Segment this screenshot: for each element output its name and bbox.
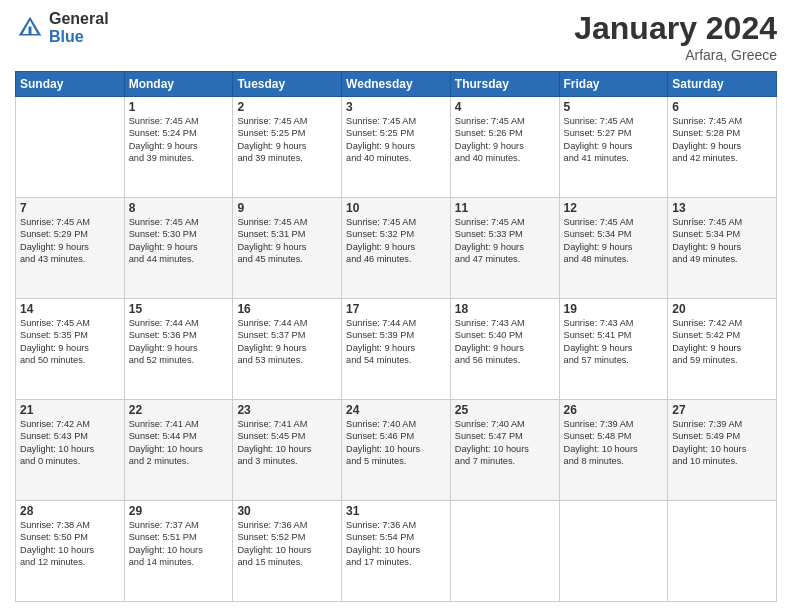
col-tuesday: Tuesday: [233, 72, 342, 97]
day-content: Sunrise: 7:45 AM Sunset: 5:24 PM Dayligh…: [129, 115, 229, 165]
logo-text: General Blue: [49, 10, 109, 45]
day-number: 1: [129, 100, 229, 114]
day-number: 16: [237, 302, 337, 316]
day-content: Sunrise: 7:42 AM Sunset: 5:43 PM Dayligh…: [20, 418, 120, 468]
day-number: 28: [20, 504, 120, 518]
logo-icon: [15, 13, 45, 43]
table-row: 27Sunrise: 7:39 AM Sunset: 5:49 PM Dayli…: [668, 400, 777, 501]
table-row: [559, 501, 668, 602]
day-content: Sunrise: 7:42 AM Sunset: 5:42 PM Dayligh…: [672, 317, 772, 367]
day-number: 8: [129, 201, 229, 215]
day-content: Sunrise: 7:45 AM Sunset: 5:35 PM Dayligh…: [20, 317, 120, 367]
table-row: [450, 501, 559, 602]
col-sunday: Sunday: [16, 72, 125, 97]
table-row: 23Sunrise: 7:41 AM Sunset: 5:45 PM Dayli…: [233, 400, 342, 501]
day-number: 22: [129, 403, 229, 417]
day-number: 29: [129, 504, 229, 518]
table-row: 7Sunrise: 7:45 AM Sunset: 5:29 PM Daylig…: [16, 198, 125, 299]
day-number: 6: [672, 100, 772, 114]
title-block: January 2024 Arfara, Greece: [574, 10, 777, 63]
table-row: 21Sunrise: 7:42 AM Sunset: 5:43 PM Dayli…: [16, 400, 125, 501]
day-content: Sunrise: 7:41 AM Sunset: 5:44 PM Dayligh…: [129, 418, 229, 468]
table-row: 31Sunrise: 7:36 AM Sunset: 5:54 PM Dayli…: [342, 501, 451, 602]
table-row: [16, 97, 125, 198]
day-number: 2: [237, 100, 337, 114]
table-row: 11Sunrise: 7:45 AM Sunset: 5:33 PM Dayli…: [450, 198, 559, 299]
table-row: 18Sunrise: 7:43 AM Sunset: 5:40 PM Dayli…: [450, 299, 559, 400]
calendar-table: Sunday Monday Tuesday Wednesday Thursday…: [15, 71, 777, 602]
day-content: Sunrise: 7:37 AM Sunset: 5:51 PM Dayligh…: [129, 519, 229, 569]
day-content: Sunrise: 7:40 AM Sunset: 5:47 PM Dayligh…: [455, 418, 555, 468]
day-content: Sunrise: 7:36 AM Sunset: 5:54 PM Dayligh…: [346, 519, 446, 569]
day-number: 19: [564, 302, 664, 316]
calendar-week-row: 28Sunrise: 7:38 AM Sunset: 5:50 PM Dayli…: [16, 501, 777, 602]
day-content: Sunrise: 7:45 AM Sunset: 5:34 PM Dayligh…: [672, 216, 772, 266]
day-content: Sunrise: 7:39 AM Sunset: 5:49 PM Dayligh…: [672, 418, 772, 468]
day-content: Sunrise: 7:45 AM Sunset: 5:30 PM Dayligh…: [129, 216, 229, 266]
day-content: Sunrise: 7:43 AM Sunset: 5:41 PM Dayligh…: [564, 317, 664, 367]
table-row: 10Sunrise: 7:45 AM Sunset: 5:32 PM Dayli…: [342, 198, 451, 299]
day-number: 25: [455, 403, 555, 417]
table-row: 25Sunrise: 7:40 AM Sunset: 5:47 PM Dayli…: [450, 400, 559, 501]
header: General Blue January 2024 Arfara, Greece: [15, 10, 777, 63]
table-row: 19Sunrise: 7:43 AM Sunset: 5:41 PM Dayli…: [559, 299, 668, 400]
day-number: 23: [237, 403, 337, 417]
table-row: 5Sunrise: 7:45 AM Sunset: 5:27 PM Daylig…: [559, 97, 668, 198]
day-content: Sunrise: 7:41 AM Sunset: 5:45 PM Dayligh…: [237, 418, 337, 468]
day-content: Sunrise: 7:45 AM Sunset: 5:32 PM Dayligh…: [346, 216, 446, 266]
day-number: 31: [346, 504, 446, 518]
day-content: Sunrise: 7:44 AM Sunset: 5:36 PM Dayligh…: [129, 317, 229, 367]
table-row: 13Sunrise: 7:45 AM Sunset: 5:34 PM Dayli…: [668, 198, 777, 299]
day-number: 12: [564, 201, 664, 215]
col-thursday: Thursday: [450, 72, 559, 97]
day-number: 10: [346, 201, 446, 215]
calendar-week-row: 1Sunrise: 7:45 AM Sunset: 5:24 PM Daylig…: [16, 97, 777, 198]
day-content: Sunrise: 7:45 AM Sunset: 5:25 PM Dayligh…: [237, 115, 337, 165]
col-wednesday: Wednesday: [342, 72, 451, 97]
table-row: 20Sunrise: 7:42 AM Sunset: 5:42 PM Dayli…: [668, 299, 777, 400]
table-row: 4Sunrise: 7:45 AM Sunset: 5:26 PM Daylig…: [450, 97, 559, 198]
day-number: 4: [455, 100, 555, 114]
table-row: 8Sunrise: 7:45 AM Sunset: 5:30 PM Daylig…: [124, 198, 233, 299]
day-number: 30: [237, 504, 337, 518]
month-title: January 2024: [574, 10, 777, 47]
page: General Blue January 2024 Arfara, Greece…: [0, 0, 792, 612]
day-content: Sunrise: 7:45 AM Sunset: 5:33 PM Dayligh…: [455, 216, 555, 266]
day-number: 14: [20, 302, 120, 316]
table-row: [668, 501, 777, 602]
day-number: 5: [564, 100, 664, 114]
col-monday: Monday: [124, 72, 233, 97]
day-number: 15: [129, 302, 229, 316]
logo: General Blue: [15, 10, 109, 45]
table-row: 12Sunrise: 7:45 AM Sunset: 5:34 PM Dayli…: [559, 198, 668, 299]
day-content: Sunrise: 7:45 AM Sunset: 5:31 PM Dayligh…: [237, 216, 337, 266]
table-row: 24Sunrise: 7:40 AM Sunset: 5:46 PM Dayli…: [342, 400, 451, 501]
calendar-header-row: Sunday Monday Tuesday Wednesday Thursday…: [16, 72, 777, 97]
day-content: Sunrise: 7:45 AM Sunset: 5:34 PM Dayligh…: [564, 216, 664, 266]
day-number: 18: [455, 302, 555, 316]
day-number: 11: [455, 201, 555, 215]
day-content: Sunrise: 7:40 AM Sunset: 5:46 PM Dayligh…: [346, 418, 446, 468]
day-content: Sunrise: 7:44 AM Sunset: 5:37 PM Dayligh…: [237, 317, 337, 367]
day-number: 7: [20, 201, 120, 215]
day-number: 17: [346, 302, 446, 316]
table-row: 14Sunrise: 7:45 AM Sunset: 5:35 PM Dayli…: [16, 299, 125, 400]
col-friday: Friday: [559, 72, 668, 97]
day-number: 9: [237, 201, 337, 215]
table-row: 28Sunrise: 7:38 AM Sunset: 5:50 PM Dayli…: [16, 501, 125, 602]
day-content: Sunrise: 7:39 AM Sunset: 5:48 PM Dayligh…: [564, 418, 664, 468]
day-content: Sunrise: 7:38 AM Sunset: 5:50 PM Dayligh…: [20, 519, 120, 569]
location-subtitle: Arfara, Greece: [574, 47, 777, 63]
calendar-week-row: 21Sunrise: 7:42 AM Sunset: 5:43 PM Dayli…: [16, 400, 777, 501]
day-content: Sunrise: 7:45 AM Sunset: 5:28 PM Dayligh…: [672, 115, 772, 165]
day-number: 3: [346, 100, 446, 114]
day-content: Sunrise: 7:45 AM Sunset: 5:25 PM Dayligh…: [346, 115, 446, 165]
table-row: 15Sunrise: 7:44 AM Sunset: 5:36 PM Dayli…: [124, 299, 233, 400]
logo-general-text: General: [49, 10, 109, 28]
day-content: Sunrise: 7:45 AM Sunset: 5:29 PM Dayligh…: [20, 216, 120, 266]
day-content: Sunrise: 7:44 AM Sunset: 5:39 PM Dayligh…: [346, 317, 446, 367]
table-row: 26Sunrise: 7:39 AM Sunset: 5:48 PM Dayli…: [559, 400, 668, 501]
table-row: 6Sunrise: 7:45 AM Sunset: 5:28 PM Daylig…: [668, 97, 777, 198]
day-number: 26: [564, 403, 664, 417]
day-number: 13: [672, 201, 772, 215]
